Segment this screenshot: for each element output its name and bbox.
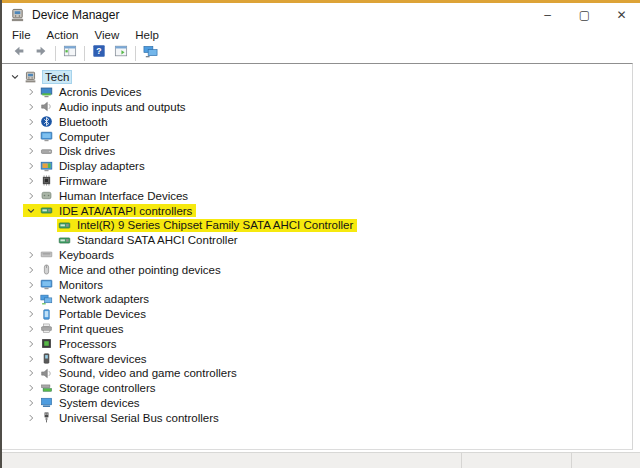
- expand-chevron-icon[interactable]: [23, 382, 39, 395]
- hid-pad-icon: [39, 189, 54, 202]
- tree-item-tech[interactable]: Tech: [2, 70, 632, 85]
- tree-item-acronis-devices[interactable]: Acronis Devices: [2, 85, 632, 100]
- expand-chevron-icon[interactable]: [23, 337, 39, 350]
- tree-item-print-queues[interactable]: Print queues: [2, 322, 632, 337]
- expand-chevron-icon[interactable]: [23, 130, 39, 143]
- collapse-chevron-icon[interactable]: [23, 204, 39, 217]
- menu-item-view[interactable]: View: [87, 29, 128, 41]
- device-manager-app-icon: [10, 8, 25, 23]
- window-controls: –▢✕: [529, 3, 640, 27]
- tree-item-processors[interactable]: Processors: [2, 336, 632, 351]
- tree-item-display-adapters[interactable]: Display adapters: [2, 159, 632, 174]
- tree-item-label: Audio inputs and outputs: [59, 101, 186, 113]
- monitor-icon: [39, 130, 54, 143]
- tree-item-portable-devices[interactable]: Portable Devices: [2, 307, 632, 322]
- expand-chevron-icon[interactable]: [23, 189, 39, 202]
- monitor-icon: [39, 278, 54, 291]
- tree-item-label: Monitors: [59, 279, 103, 291]
- expand-chevron-icon[interactable]: [23, 248, 39, 261]
- monitor-green-icon: [39, 86, 54, 99]
- speaker-icon: [39, 367, 54, 380]
- show-hide-console-tree-button[interactable]: [59, 44, 81, 62]
- computers-icon: [142, 44, 159, 63]
- tree-item-universal-serial-bus-controllers[interactable]: Universal Serial Bus controllers: [2, 410, 632, 425]
- tree-item-label: Firmware: [59, 175, 107, 187]
- help-button[interactable]: ?: [88, 44, 110, 62]
- expand-chevron-icon[interactable]: [23, 411, 39, 424]
- tree-item-sound-video-and-game-controllers[interactable]: Sound, video and game controllers: [2, 366, 632, 381]
- arrow-left-icon: [11, 44, 27, 62]
- expand-chevron-icon[interactable]: [23, 396, 39, 409]
- tree-item-label: Universal Serial Bus controllers: [59, 412, 219, 424]
- expand-chevron-icon[interactable]: [23, 278, 39, 291]
- tree-item-label: Storage controllers: [59, 382, 156, 394]
- tree-item-computer[interactable]: Computer: [2, 129, 632, 144]
- bluetooth-icon: [39, 115, 54, 128]
- system-icon: [39, 396, 54, 409]
- tree-item-firmware[interactable]: Firmware: [2, 174, 632, 189]
- tree-item-mice-and-other-pointing-devices[interactable]: Mice and other pointing devices: [2, 262, 632, 277]
- tree-item-human-interface-devices[interactable]: Human Interface Devices: [2, 188, 632, 203]
- network-icon: [39, 293, 54, 306]
- tree-item-label: Standard SATA AHCI Controller: [77, 234, 238, 246]
- tree-item-label: Processors: [59, 338, 117, 350]
- tree-item-label: IDE ATA/ATAPI controllers: [59, 205, 192, 217]
- tree-item-label: Display adapters: [59, 160, 145, 172]
- menu-item-file[interactable]: File: [2, 29, 39, 41]
- expand-chevron-icon[interactable]: [23, 322, 39, 335]
- device-tree: TechAcronis DevicesAudio inputs and outp…: [2, 64, 632, 425]
- toolbar-separator: [55, 46, 56, 61]
- tree-item-audio-inputs-and-outputs[interactable]: Audio inputs and outputs: [2, 100, 632, 115]
- tree-item-label: Print queues: [59, 323, 124, 335]
- tree-item-label: Software devices: [59, 353, 147, 365]
- expand-chevron-icon[interactable]: [23, 86, 39, 99]
- device-tree-panel[interactable]: TechAcronis DevicesAudio inputs and outp…: [2, 63, 633, 450]
- expand-chevron-icon[interactable]: [23, 174, 39, 187]
- printer-icon: [39, 322, 54, 335]
- strip-divider: [571, 453, 572, 468]
- tree-item-keyboards[interactable]: Keyboards: [2, 248, 632, 263]
- tree-item-system-devices[interactable]: System devices: [2, 396, 632, 411]
- tree-item-label: Network adapters: [59, 293, 149, 305]
- tree-item-label: Intel(R) 9 Series Chipset Family SATA AH…: [77, 219, 353, 231]
- expand-chevron-icon[interactable]: [23, 352, 39, 365]
- tree-item-ide-ata-atapi-controllers[interactable]: IDE ATA/ATAPI controllers: [2, 203, 632, 218]
- close-button[interactable]: ✕: [603, 3, 640, 27]
- expand-chevron-icon[interactable]: [23, 160, 39, 173]
- toolbar-separator: [135, 46, 136, 61]
- expand-chevron-icon[interactable]: [23, 293, 39, 306]
- expand-chevron-icon[interactable]: [23, 115, 39, 128]
- storage-icon: [39, 382, 54, 395]
- menu-item-action[interactable]: Action: [39, 29, 87, 41]
- expand-chevron-icon[interactable]: [23, 308, 39, 321]
- svg-text:?: ?: [96, 46, 101, 56]
- expand-chevron-icon[interactable]: [23, 263, 39, 276]
- chip-icon: [39, 174, 54, 187]
- window-title: Device Manager: [32, 8, 119, 22]
- menu-item-help[interactable]: Help: [127, 29, 167, 41]
- expand-chevron-icon[interactable]: [23, 367, 39, 380]
- speaker-icon: [39, 100, 54, 113]
- maximize-button[interactable]: ▢: [566, 3, 603, 27]
- console-tree-icon: [62, 44, 78, 62]
- expand-chevron-icon[interactable]: [23, 145, 39, 158]
- back-button[interactable]: [8, 44, 30, 62]
- tree-item-standard-sata-ahci-controller[interactable]: Standard SATA AHCI Controller: [2, 233, 632, 248]
- tree-item-bluetooth[interactable]: Bluetooth: [2, 114, 632, 129]
- tree-item-disk-drives[interactable]: Disk drives: [2, 144, 632, 159]
- tree-item-label: Portable Devices: [59, 308, 146, 320]
- tree-item-network-adapters[interactable]: Network adapters: [2, 292, 632, 307]
- tree-item-software-devices[interactable]: Software devices: [2, 351, 632, 366]
- minimize-button[interactable]: –: [529, 3, 566, 27]
- tree-item-label: Human Interface Devices: [59, 190, 188, 202]
- tree-item-storage-controllers[interactable]: Storage controllers: [2, 381, 632, 396]
- tree-item-monitors[interactable]: Monitors: [2, 277, 632, 292]
- tree-item-label: Keyboards: [59, 249, 114, 261]
- collapse-chevron-icon[interactable]: [7, 71, 23, 84]
- properties-button[interactable]: [110, 44, 132, 62]
- title-bar[interactable]: Device Manager –▢✕: [2, 3, 640, 27]
- forward-button[interactable]: [30, 44, 52, 62]
- expand-chevron-icon[interactable]: [23, 100, 39, 113]
- scan-hardware-changes-button[interactable]: [139, 44, 161, 62]
- tree-item-intel-9-series-chipset-family-sata-ahci-controller[interactable]: Intel(R) 9 Series Chipset Family SATA AH…: [2, 218, 632, 233]
